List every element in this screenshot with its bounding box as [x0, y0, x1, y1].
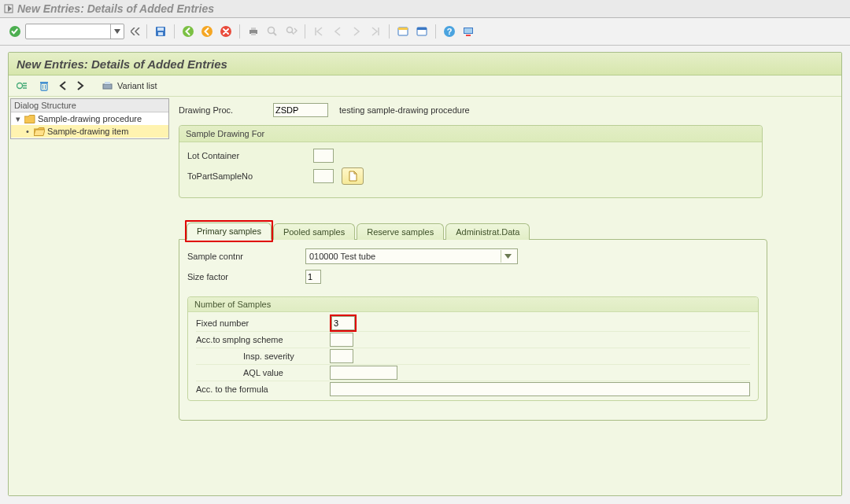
next-page-icon[interactable]	[348, 23, 365, 40]
sample-contnr-label: Sample contnr	[187, 252, 305, 261]
tab-primary-samples[interactable]: Primary samples	[187, 223, 272, 240]
acc-scheme-input[interactable]	[330, 333, 353, 347]
separator	[174, 24, 175, 39]
cancel-icon[interactable]	[217, 23, 235, 40]
size-factor-input[interactable]	[305, 270, 321, 284]
panel-title: New Entries: Details of Added Entries	[17, 57, 227, 71]
separator	[389, 24, 390, 39]
formula-input[interactable]	[330, 382, 750, 396]
first-page-icon[interactable]	[310, 23, 327, 40]
toggle-tree-icon[interactable]	[13, 78, 32, 94]
lot-container-input[interactable]	[313, 149, 334, 163]
detail-area: Drawing Proc. testing sample-drawing pro…	[171, 97, 841, 495]
svg-rect-29	[103, 84, 112, 89]
tab-label: Reserve samples	[367, 227, 434, 237]
command-field[interactable]	[25, 24, 124, 39]
lot-container-label: Lot Container	[187, 151, 313, 160]
shortcut-icon[interactable]	[413, 23, 431, 40]
title-bar: New Entries: Details of Added Entries	[0, 0, 850, 18]
svg-point-6	[201, 26, 213, 37]
acc-scheme-row: Acc.to smplng scheme	[196, 332, 750, 348]
main-split: Dialog Structure ▾ Sample-drawing proced…	[9, 97, 841, 495]
tab-body: Sample contnr 010000 Test tube Size fact…	[179, 239, 767, 421]
group-body: Fixed number Acc.to smplng scheme	[188, 312, 758, 400]
fixed-number-label: Fixed number	[196, 318, 330, 328]
tree-node-sample-drawing-item[interactable]: • Sample-drawing item	[11, 125, 168, 138]
drawing-proc-label: Drawing Proc.	[179, 105, 273, 115]
folder-icon	[24, 115, 35, 123]
save-icon[interactable]	[152, 23, 169, 40]
main-toolbar: ?	[0, 18, 850, 46]
svg-rect-3	[157, 28, 164, 31]
app-menu-icon[interactable]	[3, 3, 14, 14]
group-body: Lot Container ToPartSampleNo	[179, 142, 762, 189]
svg-text:?: ?	[447, 27, 453, 36]
find-next-icon[interactable]	[283, 23, 300, 40]
tree-header: Dialog Structure	[11, 99, 168, 112]
variant-list-button[interactable]: Variant list	[98, 78, 161, 94]
group-title: Sample Drawing For	[179, 126, 762, 142]
tab-label: Administrat.Data	[456, 227, 519, 237]
tree-node-sample-drawing-procedure[interactable]: ▾ Sample-drawing procedure	[11, 112, 168, 125]
separator	[435, 24, 436, 39]
back-icon[interactable]	[179, 23, 197, 40]
insp-severity-input[interactable]	[330, 349, 353, 363]
svg-rect-23	[466, 35, 471, 36]
svg-rect-25	[41, 83, 47, 90]
topart-label: ToPartSampleNo	[187, 171, 313, 181]
ok-icon[interactable]	[6, 23, 24, 40]
svg-line-14	[292, 32, 294, 35]
topart-row: ToPartSampleNo	[187, 167, 754, 185]
chevron-down-icon[interactable]	[501, 250, 514, 263]
group-title: Number of Samples	[188, 297, 758, 312]
prev-entry-icon[interactable]	[56, 78, 70, 94]
size-factor-label: Size factor	[187, 272, 305, 281]
tree-body: ▾ Sample-drawing procedure • Sample-draw…	[11, 112, 168, 138]
drawing-proc-row: Drawing Proc. testing sample-drawing pro…	[179, 101, 833, 119]
dialog-structure-tree: Dialog Structure ▾ Sample-drawing proced…	[10, 98, 169, 139]
size-factor-row: Size factor	[187, 268, 759, 285]
tree-node-label: Sample-drawing item	[47, 127, 128, 136]
fixed-number-input[interactable]	[331, 316, 355, 330]
tab-admin-data[interactable]: Administrat.Data	[445, 223, 530, 240]
sample-contnr-select[interactable]: 010000 Test tube	[305, 248, 518, 264]
folder-open-icon	[34, 127, 45, 136]
separator	[146, 24, 147, 39]
sub-toolbar: Variant list	[9, 75, 841, 97]
help-icon[interactable]: ?	[441, 23, 458, 40]
prev-page-icon[interactable]	[329, 23, 346, 40]
svg-rect-30	[105, 82, 110, 84]
tree-node-label: Sample-drawing procedure	[38, 114, 142, 123]
separator	[239, 24, 240, 39]
create-doc-icon[interactable]	[342, 167, 364, 185]
svg-rect-26	[40, 82, 48, 83]
tree-bullet-icon: •	[24, 127, 31, 136]
aql-label: AQL value	[196, 368, 330, 377]
variant-list-label: Variant list	[117, 81, 157, 90]
svg-line-12	[274, 33, 277, 36]
highlight-box	[330, 315, 357, 332]
group-sample-drawing-for: Sample Drawing For Lot Container ToPartS…	[179, 125, 763, 198]
drawing-proc-desc: testing sample-drawing procedure	[339, 105, 470, 115]
tab-label: Pooled samples	[283, 227, 345, 237]
app-root: New Entries: Details of Added Entries	[0, 0, 850, 504]
exit-icon[interactable]	[198, 23, 216, 40]
svg-rect-10	[251, 33, 256, 35]
command-dropdown-icon[interactable]	[110, 24, 124, 39]
svg-point-11	[268, 28, 275, 34]
tab-pooled-samples[interactable]: Pooled samples	[273, 223, 355, 240]
find-icon[interactable]	[264, 23, 281, 40]
topart-input[interactable]	[313, 169, 334, 183]
history-back-icon[interactable]	[129, 24, 142, 39]
aql-input[interactable]	[330, 366, 397, 380]
next-entry-icon[interactable]	[73, 78, 87, 94]
drawing-proc-input[interactable]	[273, 103, 328, 117]
tree-toggle-icon[interactable]: ▾	[14, 114, 22, 124]
new-session-icon[interactable]	[394, 23, 412, 40]
print-icon[interactable]	[245, 23, 262, 40]
svg-point-5	[183, 26, 194, 37]
last-page-icon[interactable]	[367, 23, 384, 40]
delete-icon[interactable]	[35, 78, 53, 94]
tab-reserve-samples[interactable]: Reserve samples	[357, 223, 444, 240]
layout-menu-icon[interactable]	[460, 23, 477, 40]
